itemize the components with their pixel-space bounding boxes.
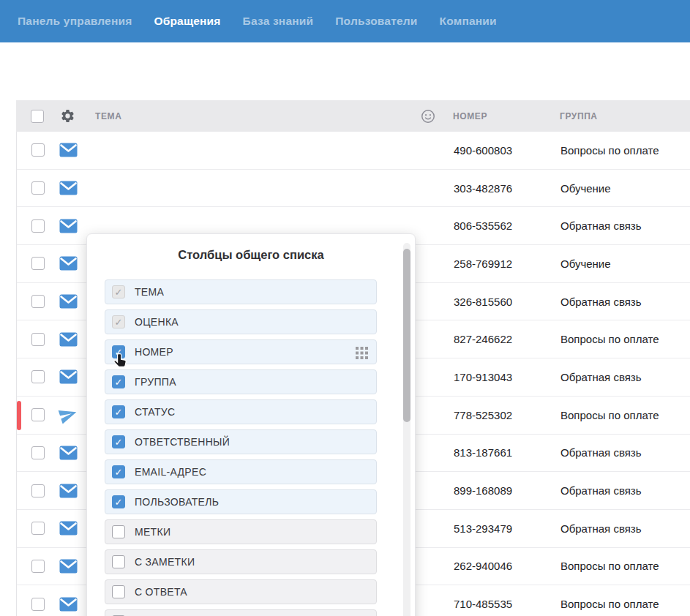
envelope-icon bbox=[59, 369, 78, 384]
column-label: ТЕМА bbox=[135, 286, 164, 298]
nav-tab[interactable]: Компании bbox=[440, 15, 497, 28]
column-checkbox[interactable]: ✓ bbox=[112, 585, 125, 598]
column-toggle-item[interactable]: ✓ СТАТУС bbox=[105, 399, 377, 424]
check-icon: ✓ bbox=[115, 437, 123, 447]
envelope-icon bbox=[59, 219, 78, 233]
nav-tab[interactable]: Пользователи bbox=[335, 15, 417, 28]
check-icon: ✓ bbox=[115, 318, 123, 327]
column-toggle-item[interactable]: ✓ НОМЕР bbox=[105, 339, 377, 364]
ticket-number[interactable]: 710-485535 bbox=[445, 598, 553, 610]
row-checkbox[interactable] bbox=[31, 143, 45, 157]
envelope-icon bbox=[59, 181, 78, 195]
header-number[interactable]: НОМЕР bbox=[444, 111, 552, 121]
envelope-icon bbox=[59, 446, 78, 460]
column-checkbox[interactable]: ✓ bbox=[112, 345, 125, 358]
nav-tab[interactable]: Обращения bbox=[154, 15, 220, 28]
column-label: СТАТУС bbox=[135, 406, 175, 418]
row-checkbox[interactable] bbox=[31, 219, 45, 233]
column-checkbox[interactable]: ✓ bbox=[112, 315, 125, 328]
check-icon: ✓ bbox=[115, 348, 123, 357]
column-checkbox[interactable]: ✓ bbox=[112, 435, 125, 448]
envelope-icon bbox=[59, 559, 78, 574]
row-checkbox[interactable] bbox=[31, 295, 45, 308]
ticket-group: Вопросы по оплате bbox=[553, 560, 690, 572]
column-toggle-item[interactable]: ✓ СОЗДАНО bbox=[105, 609, 377, 616]
row-checkbox[interactable] bbox=[31, 333, 45, 346]
check-icon: ✓ bbox=[115, 378, 123, 387]
check-icon: ✓ bbox=[115, 497, 123, 507]
table-header: ТЕМА НОМЕР ГРУППА bbox=[16, 100, 690, 132]
column-checkbox[interactable]: ✓ bbox=[112, 525, 125, 538]
ticket-number[interactable]: 813-187661 bbox=[445, 446, 553, 459]
ticket-number[interactable]: 778-525302 bbox=[445, 409, 553, 421]
column-toggle-item[interactable]: ✓ ТЕМА bbox=[105, 279, 377, 304]
ticket-group: Обучение bbox=[553, 182, 690, 195]
row-checkbox[interactable] bbox=[31, 522, 45, 535]
row-checkbox[interactable] bbox=[31, 598, 45, 611]
table-row[interactable]: 490-600803 Вопросы по оплате bbox=[17, 132, 690, 170]
column-label: ГРУППА bbox=[135, 376, 176, 388]
drag-handle-icon[interactable] bbox=[355, 346, 369, 363]
row-checkbox[interactable] bbox=[31, 408, 45, 421]
column-checkbox[interactable]: ✓ bbox=[112, 375, 125, 388]
column-toggle-item[interactable]: ✓ ОТВЕТСТВЕННЫЙ bbox=[105, 429, 377, 454]
ticket-group: Вопросы по оплате bbox=[553, 144, 690, 157]
header-topic[interactable]: ТЕМА bbox=[85, 111, 412, 121]
column-toggle-item[interactable]: ✓ МЕТКИ bbox=[105, 519, 377, 544]
ticket-number[interactable]: 326-815560 bbox=[445, 296, 553, 308]
ticket-number[interactable]: 513-293479 bbox=[445, 522, 553, 535]
column-checkbox[interactable]: ✓ bbox=[112, 555, 125, 568]
top-navigation: Панель управления Обращения База знаний … bbox=[0, 0, 690, 42]
column-checkbox[interactable]: ✓ bbox=[112, 405, 125, 418]
column-toggle-item[interactable]: ✓ EMAIL-АДРЕС bbox=[105, 459, 377, 484]
column-checkbox[interactable]: ✓ bbox=[112, 465, 125, 478]
gear-icon[interactable] bbox=[60, 108, 75, 124]
ticket-number[interactable]: 827-246622 bbox=[445, 333, 553, 345]
ticket-number[interactable]: 258-769912 bbox=[445, 258, 553, 270]
column-label: ОТВЕТСТВЕННЫЙ bbox=[135, 436, 230, 448]
column-toggle-item[interactable]: ✓ С ЗАМЕТКИ bbox=[105, 549, 377, 574]
ticket-number[interactable]: 490-600803 bbox=[445, 144, 553, 157]
toolbar: Все обращения (861) bbox=[0, 42, 690, 100]
column-label: С ЗАМЕТКИ bbox=[135, 556, 195, 568]
ticket-number[interactable]: 806-535562 bbox=[445, 219, 553, 232]
ticket-number[interactable]: 899-168089 bbox=[445, 484, 553, 497]
column-label: ПОЛЬЗОВАТЕЛЬ bbox=[135, 496, 219, 508]
column-checkbox[interactable]: ✓ bbox=[112, 495, 125, 508]
header-group[interactable]: ГРУППА bbox=[552, 111, 690, 121]
ticket-number[interactable]: 170-913043 bbox=[445, 371, 553, 383]
ticket-number[interactable]: 262-940046 bbox=[445, 560, 553, 572]
row-checkbox[interactable] bbox=[31, 484, 45, 497]
ticket-number[interactable]: 303-482876 bbox=[445, 182, 553, 195]
ticket-group: Обратная связь bbox=[553, 296, 690, 308]
ticket-group: Вопросы по оплате bbox=[553, 333, 690, 345]
ticket-group: Вопросы по оплате bbox=[553, 409, 690, 421]
row-checkbox[interactable] bbox=[31, 446, 45, 459]
ticket-group: Обратная связь bbox=[553, 371, 690, 383]
check-icon: ✓ bbox=[115, 467, 123, 477]
column-toggle-item[interactable]: ✓ ОЦЕНКА bbox=[105, 309, 377, 334]
envelope-icon bbox=[59, 143, 78, 157]
send-icon bbox=[56, 403, 80, 427]
nav-tab[interactable]: Панель управления bbox=[18, 15, 132, 28]
column-toggle-item[interactable]: ✓ ПОЛЬЗОВАТЕЛЬ bbox=[105, 489, 377, 514]
table-row[interactable]: 303-482876 Обучение bbox=[17, 170, 690, 208]
unread-marker bbox=[17, 401, 21, 430]
popup-title: Столбцы общего списка bbox=[87, 248, 415, 262]
nav-tab[interactable]: База знаний bbox=[243, 15, 314, 28]
column-checkbox[interactable]: ✓ bbox=[112, 285, 125, 298]
columns-list: ✓ ТЕМА bbox=[105, 279, 377, 616]
row-checkbox[interactable] bbox=[31, 257, 45, 270]
row-checkbox[interactable] bbox=[31, 560, 45, 573]
row-checkbox[interactable] bbox=[31, 370, 45, 383]
popup-scrollbar-thumb[interactable] bbox=[403, 249, 410, 422]
smiley-icon[interactable] bbox=[420, 108, 436, 124]
tickets-table: ТЕМА НОМЕР ГРУППА bbox=[0, 100, 690, 616]
envelope-icon bbox=[59, 256, 78, 271]
select-all-checkbox[interactable] bbox=[31, 110, 44, 123]
column-toggle-item[interactable]: ✓ С ОТВЕТА bbox=[105, 579, 377, 604]
column-toggle-item[interactable]: ✓ ГРУППА bbox=[105, 369, 377, 394]
row-checkbox[interactable] bbox=[31, 181, 45, 195]
ticket-group: Обратная связь bbox=[553, 522, 690, 535]
check-icon: ✓ bbox=[115, 288, 123, 297]
